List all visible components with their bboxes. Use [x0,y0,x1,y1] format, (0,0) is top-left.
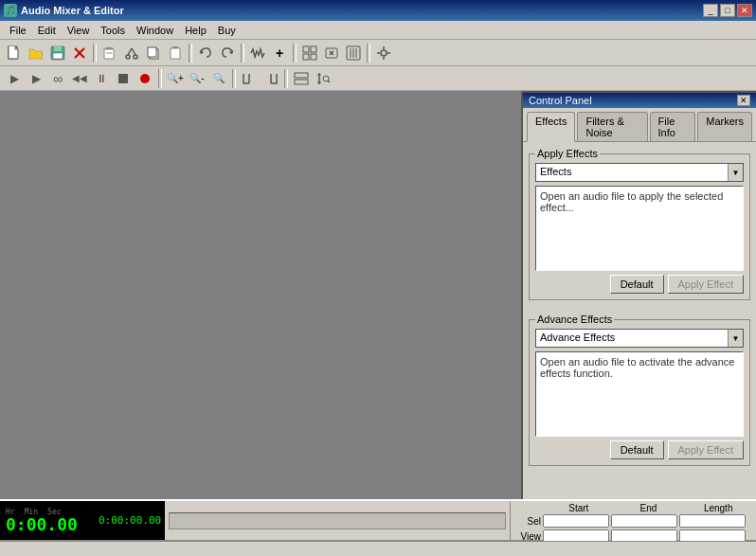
view-toggle-btn[interactable] [291,68,312,89]
svg-rect-22 [311,54,316,60]
control-panel-close-btn[interactable]: ✕ [737,95,750,106]
loop-btn[interactable]: ∞ [47,68,68,89]
svg-rect-19 [303,46,309,52]
zoom-in-btn[interactable]: 🔍+ [165,68,186,89]
tab-bar: Effects Filters & Noise File Info Marker… [523,108,756,141]
add-btn[interactable]: + [269,43,290,63]
sel-length-input[interactable] [679,514,746,528]
grid-btn[interactable] [299,43,320,63]
rewind-btn[interactable]: ◀◀ [69,68,90,89]
loop-in-btn[interactable] [239,68,260,89]
cut-btn[interactable] [121,43,142,63]
sep-pb-1 [158,69,162,88]
open-btn[interactable] [26,43,46,63]
advance-apply-btn[interactable]: Apply Effect [668,440,745,459]
copy-btn[interactable] [143,43,164,63]
effects-btn-row: Default Apply Effect [535,275,744,294]
maximize-btn[interactable]: □ [720,4,735,17]
svg-rect-16 [148,47,156,57]
sep-3 [241,44,244,63]
advance-dropdown-container[interactable]: Advance Effects ▼ [535,329,744,348]
waveform-canvas [0,91,521,499]
mix-btn[interactable] [343,43,364,63]
close-btn[interactable]: ✕ [737,4,752,17]
settings-btn[interactable] [373,43,394,63]
menu-help[interactable]: Help [179,23,212,38]
sel-end-input[interactable] [611,514,677,528]
advance-default-btn[interactable]: Default [610,440,664,459]
paste-btn[interactable] [165,43,186,63]
progress-bar[interactable] [169,512,506,529]
record-btn[interactable] [135,68,155,89]
svg-rect-38 [295,73,308,78]
view-label: View [514,531,541,542]
status-bar [0,541,756,556]
menu-buy[interactable]: Buy [212,23,242,38]
control-panel-label: Control Panel [529,95,592,106]
special-paste-btn[interactable] [99,43,120,63]
tab-markers[interactable]: Markers [697,112,752,141]
svg-rect-39 [295,80,308,84]
menu-window[interactable]: Window [131,23,179,38]
main-time: 0:00.00 [6,516,89,533]
menu-tools[interactable]: Tools [95,23,131,38]
menu-bar: File Edit View Tools Window Help Buy [0,21,756,40]
tab-effects[interactable]: Effects [527,112,575,142]
main-content: Control Panel ✕ Effects Filters & Noise … [0,91,756,499]
menu-view[interactable]: View [62,23,96,38]
secondary-time: 0:00:00.00 [99,514,161,527]
control-panel-title: Control Panel ✕ [523,93,756,108]
svg-rect-4 [54,46,62,51]
svg-rect-20 [311,46,316,52]
waveform-btn[interactable] [247,43,268,63]
tab-filters[interactable]: Filters & Noise [577,112,647,141]
minimize-btn[interactable]: _ [703,4,718,17]
sel-start-input[interactable] [543,514,609,528]
advance-info-box: Open an audio file to activate the advan… [535,351,744,437]
new-btn[interactable] [4,43,25,63]
fx-btn[interactable] [321,43,342,63]
save-btn[interactable] [47,43,68,63]
effects-apply-btn[interactable]: Apply Effect [668,275,745,294]
svg-rect-5 [53,53,63,59]
play-start-btn[interactable]: ▶ [4,68,25,89]
undo-btn[interactable] [195,43,216,63]
menu-edit[interactable]: Edit [32,23,62,38]
svg-point-12 [134,55,137,59]
advance-effects-legend: Advance Effects [535,314,614,325]
zoom-out-btn[interactable]: 🔍- [187,68,207,89]
cursor-btn[interactable] [313,68,333,89]
pause-btn[interactable]: ⏸ [91,68,112,89]
effects-info-box: Open an audio file to apply the selected… [535,186,744,271]
tab-fileinfo[interactable]: File Info [650,112,696,141]
tab-content-effects: Apply Effects Effects ▼ Open an audio fi… [523,141,756,499]
stop-btn[interactable] [113,68,134,89]
close-file-btn[interactable] [69,43,90,63]
time-display: Hr Min Sec 0:00.00 [0,501,95,540]
bottom-section: Hr Min Sec 0:00.00 0:00:00.00 Start End … [0,499,756,556]
app-icon: 🎵 [4,4,17,17]
progress-area [165,501,510,540]
svg-line-14 [132,48,135,55]
effects-dropdown-arrow[interactable]: ▼ [728,164,743,181]
loop-out-btn[interactable] [261,68,281,89]
advance-dropdown-label: Advance Effects [536,330,728,347]
advance-dropdown-arrow[interactable]: ▼ [728,330,743,347]
svg-line-41 [328,81,330,82]
app-window: 🎵 Audio Mixer & Editor _ □ ✕ File Edit V… [0,0,756,556]
sep-5 [367,44,370,63]
effects-dropdown-container[interactable]: Effects ▼ [535,163,744,182]
secondary-time-display: 0:00:00.00 [95,501,165,540]
zoom-sel-btn[interactable]: 🔍 [208,68,229,89]
end-header: End [615,503,683,513]
sel-label: Sel [514,516,541,527]
svg-rect-18 [171,48,180,59]
menu-file[interactable]: File [4,23,32,38]
svg-point-30 [381,50,387,56]
redo-btn[interactable] [217,43,238,63]
sep-4 [293,44,297,63]
sep-pb-3 [284,69,288,88]
play-btn[interactable]: ▶ [26,68,46,89]
effects-default-btn[interactable]: Default [610,275,664,294]
playback-toolbar: ▶ ▶ ∞ ◀◀ ⏸ 🔍+ 🔍- 🔍 [0,66,756,91]
